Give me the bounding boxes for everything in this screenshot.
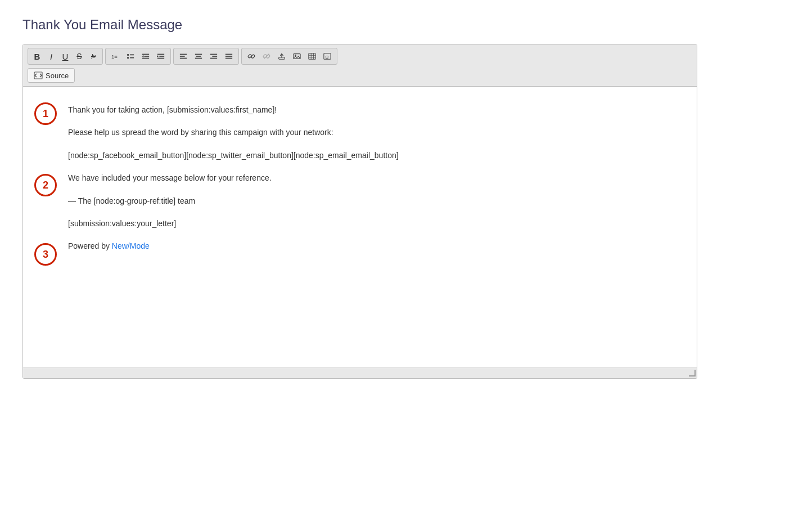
paragraph-6: [submission:values:your_letter] — [68, 217, 680, 230]
svg-rect-24 — [225, 58, 232, 59]
link-media-group: Ω — [241, 48, 337, 65]
paragraph-2: Please help us spread the word by sharin… — [68, 126, 680, 138]
paragraph-7: Powered by New/Mode — [68, 240, 680, 252]
paragraph-5: — The [node:og-group-ref:title] team — [68, 195, 680, 207]
align-left-button[interactable] — [176, 50, 191, 63]
svg-rect-6 — [144, 56, 149, 57]
paragraph-1: Thank you for taking action, [submission… — [68, 104, 680, 116]
page-title: Thank You Email Message — [22, 17, 790, 33]
svg-rect-21 — [210, 58, 217, 59]
align-center-button[interactable] — [191, 50, 206, 63]
svg-rect-17 — [196, 56, 201, 57]
svg-rect-23 — [225, 56, 232, 57]
svg-rect-20 — [212, 56, 217, 57]
newmode-link[interactable]: New/Mode — [112, 241, 150, 250]
toolbar-row-1: B I U S Ix 1≡ — [28, 48, 692, 65]
svg-rect-7 — [142, 58, 149, 59]
svg-rect-38 — [34, 72, 42, 79]
svg-point-1 — [127, 54, 129, 56]
align-right-button[interactable] — [206, 50, 221, 63]
annotation-3: 3 — [34, 243, 57, 266]
svg-point-30 — [295, 55, 296, 56]
svg-rect-31 — [309, 53, 315, 60]
unlink-button[interactable] — [259, 50, 274, 63]
svg-rect-5 — [142, 54, 149, 55]
source-button[interactable]: Source — [28, 68, 75, 83]
paragraph-4: We have included your message below for … — [68, 172, 680, 184]
source-label: Source — [46, 71, 69, 80]
svg-rect-2 — [130, 55, 134, 56]
editor-content-area[interactable]: 1 Thank you for taking action, [submissi… — [23, 87, 697, 368]
svg-rect-14 — [180, 56, 185, 57]
insert-link-button[interactable] — [244, 50, 259, 63]
editor-resize-handle-area — [23, 368, 697, 378]
resize-handle[interactable] — [689, 370, 696, 376]
svg-rect-13 — [180, 54, 187, 55]
svg-rect-19 — [210, 54, 217, 55]
list-format-group: 1≡ — [105, 48, 171, 65]
svg-rect-4 — [130, 57, 134, 59]
text-format-group: B I U S Ix — [28, 48, 103, 65]
rich-text-editor: B I U S Ix 1≡ — [22, 44, 697, 379]
remove-format-button[interactable]: Ix — [87, 50, 100, 63]
strikethrough-button[interactable]: S — [73, 50, 86, 63]
toolbar-row-2: Source — [28, 68, 692, 83]
upload-button[interactable] — [274, 50, 289, 63]
ordered-list-button[interactable]: 1≡ — [108, 50, 123, 63]
unordered-list-button[interactable] — [123, 50, 138, 63]
svg-rect-18 — [195, 58, 202, 59]
svg-marker-8 — [142, 55, 144, 57]
svg-text:1≡: 1≡ — [111, 53, 118, 60]
svg-rect-10 — [159, 56, 164, 57]
underline-button[interactable]: U — [58, 50, 72, 63]
svg-point-3 — [127, 57, 129, 59]
insert-image-button[interactable] — [290, 50, 304, 63]
bold-button[interactable]: B — [30, 50, 44, 63]
align-justify-button[interactable] — [222, 50, 236, 63]
svg-rect-15 — [180, 58, 187, 59]
svg-rect-9 — [157, 54, 164, 55]
special-char-button[interactable]: Ω — [320, 50, 335, 63]
italic-button[interactable]: I — [44, 50, 58, 63]
outdent-button[interactable] — [138, 50, 153, 63]
editor-toolbar: B I U S Ix 1≡ — [23, 44, 697, 87]
annotation-1: 1 — [34, 102, 57, 125]
align-group — [173, 48, 239, 65]
table-button[interactable] — [305, 50, 319, 63]
annotation-2: 2 — [34, 174, 57, 196]
indent-button[interactable] — [154, 50, 168, 63]
svg-rect-16 — [195, 54, 202, 55]
paragraph-3: [node:sp_facebook_email_button][node:sp_… — [68, 149, 680, 162]
svg-rect-22 — [225, 54, 232, 55]
svg-text:Ω: Ω — [326, 55, 329, 60]
svg-marker-12 — [157, 55, 159, 57]
source-icon — [34, 71, 43, 80]
svg-rect-11 — [157, 58, 164, 59]
